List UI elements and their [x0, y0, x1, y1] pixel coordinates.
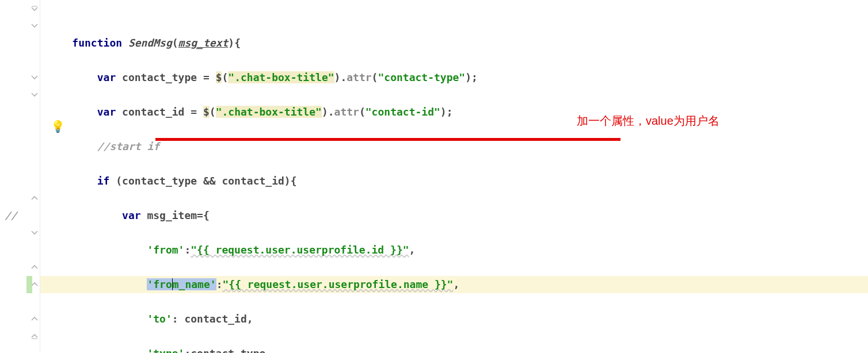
punct: ){ — [228, 37, 241, 49]
code-line[interactable]: 'type':contact_type, — [40, 345, 868, 353]
function-name: SendMsg — [128, 37, 172, 49]
jquery-dollar: $ — [203, 106, 210, 118]
string-key-selected: 'fro — [147, 278, 172, 290]
code-line[interactable]: if (contact_type && contact_id){ — [40, 172, 868, 190]
op: ={ — [197, 209, 210, 221]
change-marker — [26, 276, 32, 293]
fold-collapse-icon[interactable] — [31, 22, 39, 30]
value: : contact_id, — [172, 313, 253, 325]
string-key: 'to' — [147, 313, 172, 325]
code-line[interactable]: function SendMsg(msg_text){ — [40, 34, 868, 52]
keyword: function — [72, 37, 128, 49]
editor-gutter: 💡 // — [0, 0, 40, 353]
punct: ( — [210, 106, 216, 118]
punct: ). — [322, 106, 334, 118]
op: = — [203, 71, 216, 83]
fold-expand-icon[interactable] — [31, 263, 39, 271]
code-line[interactable]: 'from':"{{ request.user.userprofile.id }… — [40, 241, 868, 259]
fold-expand-icon[interactable] — [31, 194, 39, 202]
jquery-dollar: $ — [216, 71, 222, 83]
keyword: var — [97, 106, 122, 118]
punct: ). — [334, 71, 347, 83]
value: :contact_type, — [184, 347, 272, 353]
punct: ( — [172, 37, 178, 49]
keyword: if — [97, 175, 116, 187]
annotation-text: 加一个属性，value为用户名 — [577, 112, 719, 129]
punct: ( — [372, 71, 378, 83]
code-line[interactable]: var contact_type = $(".chat-box-title").… — [40, 69, 868, 86]
string: "contact-id" — [366, 106, 440, 118]
keyword: var — [97, 71, 122, 83]
fold-collapse-icon[interactable] — [31, 5, 39, 13]
identifier: contact_id — [122, 106, 191, 118]
code-editor[interactable]: function SendMsg(msg_text){ var contact_… — [40, 0, 868, 353]
annotation-underline — [155, 138, 620, 141]
comment: //start if — [97, 140, 159, 152]
punct: ); — [440, 106, 453, 118]
code-line[interactable]: var msg_item={ — [40, 207, 868, 224]
identifier: msg_item — [147, 209, 197, 221]
identifier: contact_type — [122, 71, 203, 83]
punct: : — [216, 278, 223, 290]
fold-collapse-icon[interactable] — [31, 74, 39, 82]
code-line[interactable]: 'to': contact_id, — [40, 310, 868, 328]
string: ".chat-box-title" — [228, 71, 334, 83]
punct: : — [184, 244, 191, 256]
method: attr — [334, 106, 359, 118]
keyword: var — [122, 209, 147, 221]
string: "contact-type" — [378, 71, 465, 83]
punct: , — [409, 244, 416, 256]
fold-expand-icon[interactable] — [31, 332, 39, 340]
fold-collapse-icon[interactable] — [31, 91, 39, 99]
string: ".chat-box-title" — [216, 106, 322, 118]
string-value: "{{ request.user.userprofile.id }}" — [191, 244, 409, 256]
gutter-comment-marker: // — [0, 209, 40, 221]
string-value: "{{ request.user.userprofile.name }}" — [222, 278, 453, 290]
string-key: 'from' — [147, 244, 184, 256]
code-line-active[interactable]: 'from_name':"{{ request.user.userprofile… — [40, 276, 868, 293]
punct: ( — [222, 71, 228, 83]
parameter: msg_text — [178, 37, 229, 49]
code-line[interactable]: var contact_id = $(".chat-box-title").at… — [40, 103, 868, 121]
punct: ); — [465, 71, 478, 83]
string-key-selected: _name' — [179, 278, 216, 290]
condition: (contact_type && contact_id){ — [116, 175, 296, 187]
punct: ( — [359, 106, 366, 118]
fold-expand-icon[interactable] — [31, 315, 39, 323]
fold-collapse-icon[interactable] — [31, 229, 39, 237]
punct: , — [453, 278, 459, 290]
string-key: 'type' — [147, 347, 184, 353]
caret-pos: m — [172, 278, 179, 290]
method: attr — [347, 71, 371, 83]
op: = — [191, 106, 203, 118]
